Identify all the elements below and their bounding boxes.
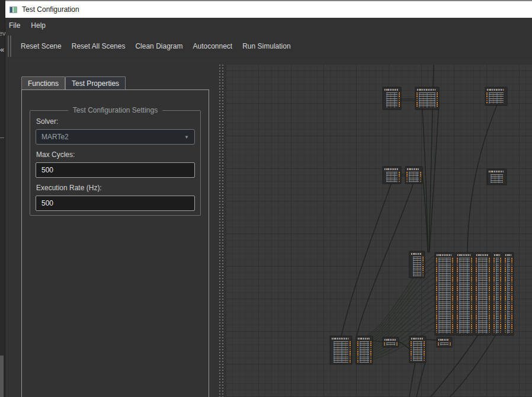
node-body [357,341,371,363]
tab-test-properties[interactable]: Test Properties [65,76,126,89]
clean-diagram-button[interactable]: Clean Diagram [130,38,187,55]
node-fields [413,341,422,361]
menu-help[interactable]: Help [25,18,51,33]
graph-node[interactable] [435,252,454,335]
input-pins[interactable] [411,341,412,361]
node-body [486,92,506,104]
node-title [358,338,371,340]
toolbar: Reset Scene Reset All Scenes Clean Diagr… [5,33,532,59]
solver-value: MARTe2 [41,133,69,141]
graph-node[interactable] [383,167,401,184]
splitter-dots [219,65,220,397]
node-body [505,258,512,334]
toolbar-drag-handle[interactable] [8,36,9,57]
input-pins[interactable] [505,258,506,334]
graph-node[interactable] [456,252,473,335]
output-pins[interactable] [396,342,398,345]
graph-node[interactable] [415,87,439,110]
node-fields [478,258,488,334]
input-pins[interactable] [406,172,408,182]
output-pins[interactable] [450,342,451,345]
node-title [417,89,437,91]
graph-node[interactable] [504,252,514,335]
background-frame-edge [0,137,4,138]
input-pins[interactable] [476,258,477,334]
output-pins[interactable] [452,258,453,334]
output-pins[interactable] [471,258,472,334]
input-pins[interactable] [416,92,418,108]
splitter-dots [222,65,223,397]
node-title [407,168,421,170]
reset-all-scenes-button[interactable]: Reset All Scenes [67,38,130,55]
node-fields [419,92,435,108]
output-pins[interactable] [399,92,400,108]
output-pins[interactable] [489,258,490,334]
background-window-strip: ev « [0,0,5,397]
node-title [384,89,399,91]
tab-functions[interactable]: Functions [21,76,65,89]
graph-node[interactable] [487,169,507,185]
input-pins[interactable] [357,341,358,363]
connection-edge [426,340,437,340]
connection-edge [450,335,496,397]
max-cycles-input[interactable] [36,162,195,178]
graph-node[interactable] [330,336,352,364]
output-pins[interactable] [437,92,438,108]
input-pins[interactable] [493,258,495,334]
graph-node[interactable] [405,167,422,184]
input-pins[interactable] [457,258,458,334]
tab-page: Test Configuration Settings Solver: MART… [21,89,209,397]
input-pins[interactable] [384,342,385,345]
output-pins[interactable] [370,341,371,363]
graph-canvas[interactable] [226,65,532,397]
graph-node[interactable] [485,87,507,105]
tab-bar: Functions Test Properties [21,76,126,89]
node-title [438,339,450,341]
title-bar[interactable]: Test Configuration [5,0,532,18]
node-title [505,254,512,256]
graph-node[interactable] [492,252,502,335]
graph-node[interactable] [475,252,491,335]
graph-node[interactable] [409,336,426,363]
window-title: Test Configuration [22,5,79,14]
output-pins[interactable] [399,172,400,182]
reset-scene-button[interactable]: Reset Scene [16,38,66,55]
output-pins[interactable] [511,258,512,334]
node-body [406,172,421,182]
solver-dropdown[interactable]: MARTe2 ▼ [36,129,195,145]
autoconnect-button[interactable]: Autoconnect [188,38,237,55]
input-pins[interactable] [436,258,437,334]
output-pins[interactable] [350,341,351,363]
output-pins[interactable] [500,258,501,334]
input-pins[interactable] [486,92,488,104]
pane-splitter[interactable] [217,59,226,397]
collapse-chevron-icon[interactable]: « [0,45,4,54]
graph-node[interactable] [383,87,401,110]
node-fields [440,342,448,345]
node-title [489,171,505,172]
input-pins[interactable] [438,342,439,345]
screen: ev « Test Configuration File Help Reset … [0,0,532,397]
graph-node[interactable] [356,336,373,364]
connection-edge [416,362,425,397]
node-body [436,258,453,334]
output-pins[interactable] [420,172,421,182]
node-title [384,339,397,341]
graph-node[interactable] [437,337,452,347]
menu-file[interactable]: File [5,18,25,33]
graph-node[interactable] [409,251,425,278]
node-title [332,338,350,340]
execution-rate-input[interactable] [36,196,195,211]
graph-node[interactable] [383,337,399,347]
output-pins[interactable] [424,341,425,361]
app-window: Test Configuration File Help Reset Scene… [5,0,532,397]
node-body [457,258,472,334]
settings-pane: Functions Test Properties Test Configura… [5,59,217,397]
node-fields [360,341,369,363]
node-body [411,341,425,361]
node-title [457,254,472,256]
output-pins[interactable] [422,257,424,276]
connection-edge [357,183,414,336]
node-fields [413,257,421,276]
run-simulation-button[interactable]: Run Simulation [238,38,295,55]
